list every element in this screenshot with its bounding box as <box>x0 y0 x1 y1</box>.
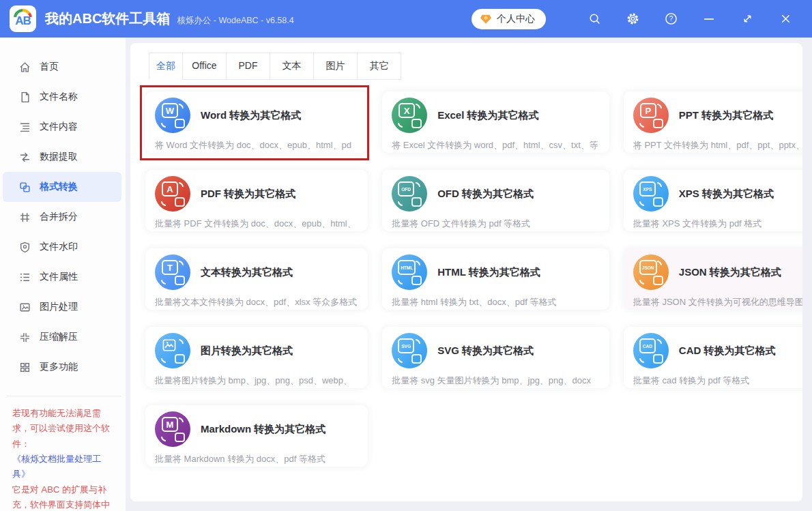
settings-gear-icon[interactable] <box>624 10 641 28</box>
badge-ghost-box <box>175 354 185 364</box>
convert-arrow-top-icon <box>416 104 420 108</box>
file-props-icon <box>19 272 31 283</box>
more-features-icon <box>19 362 31 373</box>
card-head: HTMLHTML 转换为其它格式 <box>392 254 598 290</box>
badge-ghost-box <box>175 119 185 128</box>
file-name-icon <box>19 91 31 103</box>
sidebar-item-label: 数据提取 <box>40 151 78 163</box>
tool-card-image[interactable]: 图片转换为其它格式批量将图片转换为 bmp、jpg、png、psd、webp、 <box>145 327 368 388</box>
tool-card-markdown[interactable]: MMarkdown 转换为其它格式批量将 Markdown 转换为 docx、p… <box>145 405 368 467</box>
tool-card-svg[interactable]: SVGSVG 转换为其它格式批量将 svg 矢量图片转换为 bmp、jpg、pn… <box>382 327 609 388</box>
ofd-badge-icon: OFD <box>392 176 427 211</box>
card-head: JSONJSON 转换为其它格式 <box>633 254 802 290</box>
sidebar-item-label: 更多功能 <box>40 361 78 373</box>
convert-arrow-top-icon <box>179 418 184 422</box>
tab-image[interactable]: 图片 <box>313 53 358 80</box>
close-button[interactable] <box>777 10 794 28</box>
sidebar-notice: 若现有功能无法满足需求，可以尝试使用这个软件： 《核烁文档批量处理工具》 它是对… <box>7 396 121 511</box>
tool-card-cad[interactable]: CADCAD 转换为其它格式批量将 cad 转换为 pdf 等格式 <box>624 327 802 388</box>
tool-card-text[interactable]: T文本转换为其它格式批量将文本文件转换为 docx、pdf、xlsx 等众多格式 <box>145 248 368 310</box>
card-title: 文本转换为其它格式 <box>201 266 293 279</box>
sidebar-item-label: 首页 <box>40 61 59 73</box>
badge-ghost-box <box>175 197 185 207</box>
tool-card-excel[interactable]: XExcel 转换为其它格式将 Excel 文件转换为 word、pdf、htm… <box>382 91 609 153</box>
convert-arrow-top-icon <box>657 261 662 265</box>
convert-arrow-bottom-icon <box>161 280 166 284</box>
watermark-icon <box>19 242 31 253</box>
help-icon[interactable]: ? <box>662 10 680 28</box>
sidebar-item-home[interactable]: 首页 <box>3 52 121 82</box>
pdf-badge-icon: A <box>155 176 190 211</box>
card-title: CAD 转换为其它格式 <box>679 345 776 357</box>
sidebar-item-label: 文件内容 <box>40 121 78 133</box>
card-desc: 批量将 XPS 文件转换为 pdf 格式 <box>633 218 802 230</box>
badge-ghost-box <box>653 119 663 128</box>
convert-arrow-bottom-icon <box>639 201 644 206</box>
cad-badge-icon: CAD <box>633 333 669 368</box>
tab-text[interactable]: 文本 <box>270 53 314 80</box>
badge-letter-box: P <box>640 103 656 118</box>
badge-letter-box: W <box>162 103 178 118</box>
sidebar-item-file-props[interactable]: 文件属性 <box>3 262 121 292</box>
card-head: MMarkdown 转换为其它格式 <box>155 411 357 447</box>
tab-pdf[interactable]: PDF <box>226 53 270 80</box>
tab-office[interactable]: Office <box>182 53 227 80</box>
tool-card-word[interactable]: WWord 转换为其它格式将 Word 文件转换为 doc、docx、epub、… <box>145 91 368 153</box>
sidebar-item-image-process[interactable]: 图片处理 <box>3 292 121 322</box>
card-head: CADCAD 转换为其它格式 <box>633 333 802 368</box>
sidebar-item-format-convert[interactable]: 格式转换 <box>3 172 121 202</box>
tool-card-ofd[interactable]: OFDOFD 转换为其它格式批量将 OFD 文件转换为 pdf 等格式 <box>382 170 609 231</box>
sidebar-item-label: 格式转换 <box>40 181 78 193</box>
card-desc: 批量将图片转换为 bmp、jpg、png、psd、webp、 <box>155 375 357 387</box>
sidebar-item-more[interactable]: 更多功能 <box>3 352 121 382</box>
convert-arrow-bottom-icon <box>161 358 166 363</box>
compress-icon <box>19 332 31 343</box>
card-title: Markdown 转换为其它格式 <box>201 423 325 436</box>
tool-card-ppt[interactable]: PPPT 转换为其它格式将 PPT 文件转换为 html、pdf、ppt、ppt… <box>624 91 802 153</box>
file-content-icon <box>19 121 31 133</box>
sidebar-item-file-content[interactable]: 文件内容 <box>3 112 121 142</box>
badge-letter-box: JSON <box>639 260 657 275</box>
card-head: OFDOFD 转换为其它格式 <box>392 176 598 211</box>
convert-arrow-bottom-icon <box>639 123 644 128</box>
sidebar-item-data-extract[interactable]: 数据提取 <box>3 142 121 172</box>
convert-arrow-top-icon <box>416 182 420 187</box>
card-desc: 批量将文本文件转换为 docx、pdf、xlsx 等众多格式 <box>155 296 357 308</box>
sidebar-item-file-name[interactable]: 文件名称 <box>3 82 121 112</box>
sidebar-item-merge-split[interactable]: 合并拆分 <box>3 202 121 232</box>
minimize-button[interactable] <box>700 10 718 28</box>
tool-card-xps[interactable]: XPSXPS 转换为其它格式批量将 XPS 文件转换为 pdf 格式 <box>624 170 802 231</box>
tool-card-html[interactable]: HTMLHTML 转换为其它格式批量将 html 转换为 txt、docx、pd… <box>382 248 609 310</box>
notice-link[interactable]: 《核烁文档批量处理工具》 <box>12 454 101 479</box>
tab-other[interactable]: 其它 <box>357 53 401 80</box>
badge-letter-box: OFD <box>398 181 414 196</box>
convert-arrow-top-icon <box>416 339 420 344</box>
search-icon[interactable] <box>585 10 603 28</box>
card-head: WWord 转换为其它格式 <box>155 98 357 133</box>
convert-arrow-bottom-icon <box>398 123 403 128</box>
svg-text:?: ? <box>669 15 673 23</box>
sidebar-item-label: 文件属性 <box>40 271 78 283</box>
convert-arrow-bottom-icon <box>398 201 403 206</box>
home-icon <box>19 61 31 73</box>
app-logo-icon: AB <box>10 5 36 32</box>
sidebar-item-watermark[interactable]: 文件水印 <box>3 232 121 262</box>
resize-button[interactable] <box>738 10 756 28</box>
badge-letter-box: A <box>162 181 178 196</box>
tab-all[interactable]: 全部 <box>149 53 183 80</box>
convert-arrow-bottom-icon <box>639 358 644 363</box>
badge-letter-box: T <box>162 260 178 275</box>
tool-card-pdf[interactable]: APDF 转换为其它格式批量将 PDF 文件转换为 doc、docx、epub、… <box>145 170 368 231</box>
card-desc: 将 PPT 文件转换为 html、pdf、ppt、pptx、xps 等格 <box>633 139 802 151</box>
user-center-label: 个人中心 <box>497 13 535 25</box>
badge-ghost-box <box>411 119 422 128</box>
convert-arrow-top-icon <box>657 339 662 344</box>
user-center-button[interactable]: 个人中心 <box>472 9 546 29</box>
tool-card-json[interactable]: JSONJSON 转换为其它格式批量将 JSON 文件转换为可视化的思维导图或其… <box>624 248 802 310</box>
json-badge-icon: JSON <box>633 254 669 290</box>
card-title: Word 转换为其它格式 <box>201 109 301 122</box>
badge-letter-box: X <box>398 103 415 118</box>
sidebar-item-compress[interactable]: 压缩解压 <box>3 322 121 352</box>
card-head: 图片转换为其它格式 <box>155 333 357 368</box>
convert-arrow-bottom-icon <box>398 358 403 363</box>
